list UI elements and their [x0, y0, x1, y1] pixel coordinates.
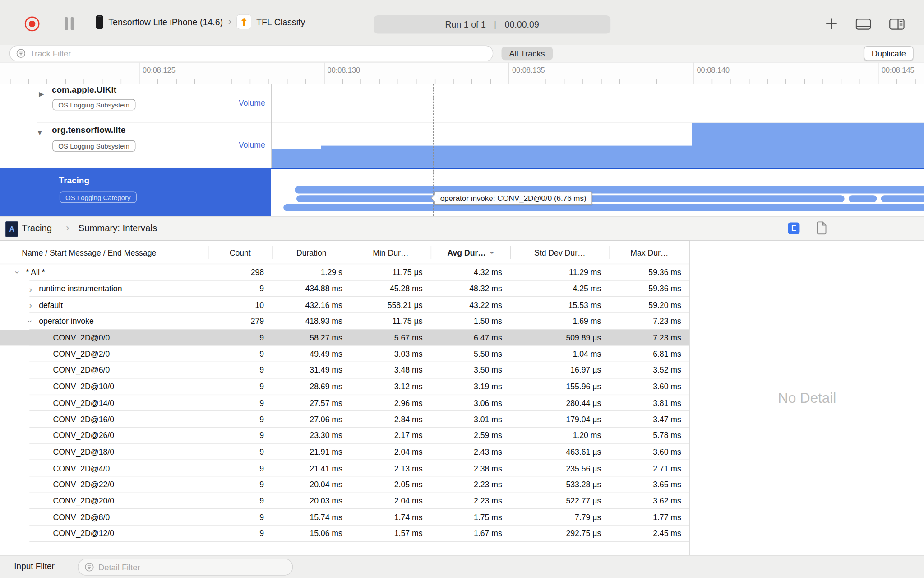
table-row[interactable]: CONV_2D@12/0915.06 ms1.57 ms1.67 ms292.7…: [0, 526, 689, 542]
disclosure-collapsed-icon[interactable]: ›: [26, 284, 35, 294]
std-cell: 280.44 µs: [510, 399, 609, 408]
name-cell: ›operator invoke: [0, 317, 208, 326]
max-cell: 3.52 ms: [610, 366, 690, 375]
disclosure-collapsed-icon[interactable]: ▶: [39, 90, 44, 98]
std-cell: 155.96 µs: [510, 382, 609, 392]
ruler-tick: [176, 79, 176, 84]
ruler-tick: [102, 79, 102, 84]
min-cell: 2.05 ms: [351, 480, 431, 489]
track-filter-input[interactable]: Track Filter: [9, 46, 493, 61]
ruler-tick: [194, 79, 195, 84]
std-cell: 1.69 ms: [510, 317, 609, 326]
max-cell: 59.36 ms: [610, 268, 690, 277]
track-name: com.apple.UIKit: [52, 85, 116, 94]
table-row[interactable]: CONV_2D@8/0915.74 ms1.74 ms1.75 ms7.79 µ…: [0, 509, 689, 526]
column-header-label: Duration: [296, 248, 327, 257]
table-row[interactable]: CONV_2D@4/0921.41 ms2.13 ms2.38 ms235.56…: [0, 460, 689, 476]
name-cell: CONV_2D@10/0: [0, 382, 208, 392]
interval-bar[interactable]: [881, 195, 924, 202]
table-row[interactable]: CONV_2D@16/0927.06 ms2.84 ms3.01 ms179.0…: [0, 411, 689, 428]
disclosure-collapsed-icon[interactable]: ›: [26, 300, 35, 310]
record-button[interactable]: [25, 17, 40, 32]
table-row-partial: [0, 542, 689, 555]
instrument-icon: A: [5, 221, 18, 237]
ruler-tick: [65, 79, 65, 84]
column-header-label: Max Dur…: [630, 248, 668, 257]
avg-cell: 3.19 ms: [431, 382, 510, 392]
row-name: CONV_2D@8/0: [53, 513, 110, 522]
column-header[interactable]: Name / Start Message / End Message: [0, 241, 208, 264]
breadcrumb-item[interactable]: Tracing: [22, 223, 52, 234]
table-row[interactable]: CONV_2D@0/0958.27 ms5.67 ms6.47 ms509.89…: [0, 330, 689, 346]
avg-cell: 43.22 ms: [431, 301, 510, 310]
toggle-right-pane-button[interactable]: [889, 18, 905, 32]
max-cell: 6.81 ms: [610, 350, 690, 359]
disclosure-expanded-icon[interactable]: ›: [26, 317, 35, 326]
table-row[interactable]: CONV_2D@14/0927.57 ms2.96 ms3.06 ms280.4…: [0, 395, 689, 411]
table-row[interactable]: CONV_2D@6/0931.49 ms3.48 ms3.50 ms16.97 …: [0, 362, 689, 378]
table-row[interactable]: ›runtime instrumentation9434.88 ms45.28 …: [0, 280, 689, 297]
all-tracks-button[interactable]: All Tracks: [502, 47, 553, 60]
ruler-tick: [379, 79, 380, 84]
table-row[interactable]: ›default10432.16 ms558.21 µs43.22 ms15.5…: [0, 297, 689, 313]
table-row[interactable]: CONV_2D@18/0921.91 ms2.04 ms2.43 ms463.6…: [0, 444, 689, 460]
ruler-tick: [656, 79, 657, 84]
avg-cell: 2.23 ms: [431, 480, 510, 489]
column-header[interactable]: Std Dev Dur…: [510, 241, 609, 264]
std-cell: 533.28 µs: [510, 480, 609, 489]
ruler-tick: [675, 79, 675, 84]
device-target-selector[interactable]: Tensorflow Lite iPhone (14.6) › TFL Clas…: [96, 15, 305, 29]
table-row[interactable]: CONV_2D@10/0928.69 ms3.12 ms3.19 ms155.9…: [0, 378, 689, 395]
table-row[interactable]: CONV_2D@22/0920.04 ms2.05 ms2.23 ms533.2…: [0, 476, 689, 493]
pause-button[interactable]: [65, 17, 74, 30]
detail-filter-input[interactable]: Detail Filter: [78, 559, 293, 576]
min-cell: 2.13 ms: [351, 464, 431, 473]
add-instrument-button[interactable]: [825, 17, 838, 33]
disclosure-expanded-icon[interactable]: ▼: [37, 129, 43, 136]
row-name: CONV_2D@18/0: [53, 447, 115, 457]
name-cell: ›default: [0, 300, 208, 310]
interval-bar[interactable]: [283, 204, 924, 211]
row-name: CONV_2D@16/0: [53, 415, 115, 424]
max-cell: 59.36 ms: [610, 284, 690, 294]
track-row-tracing[interactable]: Tracing OS Logging Category 4 Graphs: [0, 168, 271, 216]
std-cell: 4.25 ms: [510, 284, 609, 294]
column-header-label: Avg Dur…: [447, 248, 486, 257]
interval-bar[interactable]: [295, 186, 924, 194]
tracing-interval-lanes[interactable]: operator invoke: CONV_2D@0/0 (6.76 ms): [271, 168, 924, 216]
ruler-tick: [638, 79, 638, 84]
timeline-ruler[interactable]: 00:08.12500:08.13000:08.13500:08.14000:0…: [0, 62, 924, 84]
disclosure-expanded-icon[interactable]: ›: [13, 268, 23, 277]
column-header[interactable]: Duration: [272, 241, 351, 264]
table-row[interactable]: CONV_2D@2/0949.49 ms3.03 ms5.50 ms1.04 m…: [0, 346, 689, 362]
no-detail-text: No Detail: [778, 390, 836, 406]
std-cell: 509.89 µs: [510, 333, 609, 342]
min-cell: 3.48 ms: [351, 366, 431, 375]
ruler-tick: [157, 79, 158, 84]
extended-detail-badge[interactable]: E: [788, 222, 799, 234]
breadcrumb-item[interactable]: Summary: Intervals: [79, 223, 157, 234]
column-header[interactable]: Max Dur…: [610, 241, 690, 264]
column-header[interactable]: Count: [208, 241, 272, 264]
table-row[interactable]: ›* All *2981.29 s11.75 µs4.32 ms11.29 ms…: [0, 264, 689, 280]
column-header[interactable]: Avg Dur…›: [431, 241, 510, 264]
count-cell: 9: [208, 350, 272, 359]
toggle-bottom-pane-button[interactable]: [855, 18, 871, 32]
volume-area-chart[interactable]: [271, 123, 924, 168]
duplicate-button[interactable]: Duplicate: [864, 46, 914, 61]
column-header[interactable]: Min Dur…: [351, 241, 431, 264]
duration-cell: 31.49 ms: [272, 366, 351, 375]
table-row[interactable]: CONV_2D@26/0923.30 ms2.17 ms2.59 ms1.20 …: [0, 428, 689, 444]
document-icon[interactable]: [816, 221, 827, 237]
max-cell: 2.71 ms: [610, 464, 690, 473]
detail-panel: No Detail: [690, 241, 924, 555]
device-name: Tensorflow Lite iPhone (14.6): [108, 17, 223, 27]
interval-bar[interactable]: [849, 195, 877, 202]
min-cell: 2.04 ms: [351, 497, 431, 506]
duration-cell: 21.41 ms: [272, 464, 351, 473]
avg-cell: 1.50 ms: [431, 317, 510, 326]
table-row[interactable]: ›operator invoke279418.93 ms11.75 µs1.50…: [0, 313, 689, 330]
avg-cell: 4.32 ms: [431, 268, 510, 277]
duration-cell: 432.16 ms: [272, 301, 351, 310]
table-row[interactable]: CONV_2D@20/0920.03 ms2.04 ms2.23 ms522.7…: [0, 493, 689, 509]
